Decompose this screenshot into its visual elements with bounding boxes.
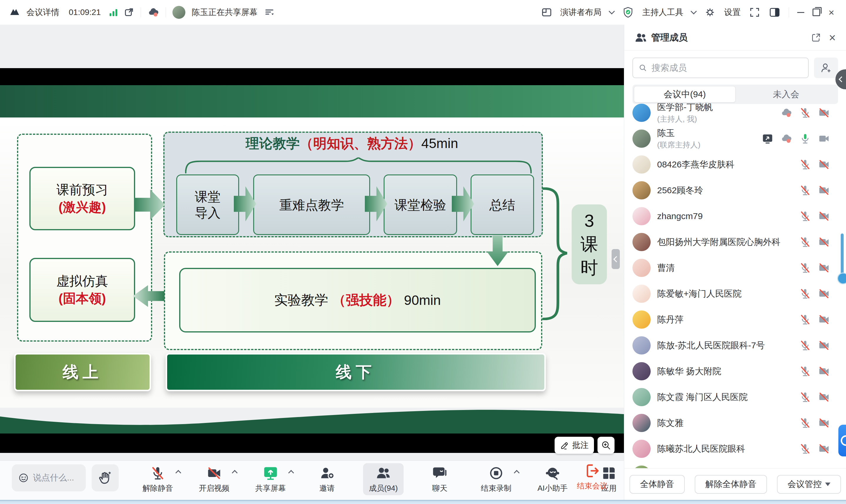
cam-off-icon[interactable] [818, 107, 830, 119]
open-external-icon[interactable] [124, 7, 134, 18]
raise-hand-button[interactable] [92, 464, 119, 491]
online-bar: 线上 [14, 353, 151, 391]
avatar [632, 388, 651, 406]
member-row[interactable]: zhangcm79 [624, 203, 846, 229]
member-status-icons [780, 107, 830, 119]
annotate-button[interactable]: 批注 [555, 437, 594, 454]
settings-button[interactable]: 设置 [724, 7, 740, 18]
mic-off-icon[interactable] [799, 443, 811, 455]
share-detail-icon[interactable] [264, 7, 275, 18]
add-member-button[interactable] [814, 58, 838, 78]
restore-button[interactable] [812, 8, 820, 16]
zoom-in-button[interactable] [597, 437, 614, 454]
member-row[interactable]: 陈文霞 海门区人民医院 [624, 384, 846, 410]
mic-off-icon[interactable] [799, 391, 811, 403]
mic-off-icon[interactable] [799, 184, 811, 196]
host-tools-dropdown[interactable]: 主持人工具 [642, 7, 683, 18]
collapse-thumbnails-tab[interactable] [612, 249, 620, 269]
member-row[interactable]: 陈文雅 [624, 410, 846, 436]
member-role: (联席主持人) [657, 140, 700, 150]
member-row[interactable]: 陈放-苏北人民医院眼科-7号 [624, 332, 846, 358]
toolbar-共享屏幕-button[interactable]: 共享屏幕 [250, 463, 291, 495]
mic-off-icon[interactable] [799, 314, 811, 325]
meeting-control-button[interactable]: 会议管控 [777, 475, 841, 494]
member-row[interactable]: 陈敏华 扬大附院 [624, 358, 846, 384]
person-add-icon [820, 62, 832, 74]
member-row[interactable]: 陈玉 (联席主持人) [624, 126, 846, 151]
mic-off-icon[interactable] [799, 236, 811, 248]
quick-chat-input[interactable]: 说点什么... [12, 464, 86, 491]
share-icon[interactable] [762, 133, 773, 144]
member-status-icons [799, 340, 830, 351]
mic-off-icon[interactable] [799, 159, 811, 170]
member-status-icons [799, 288, 830, 300]
toggle-sidebar-icon[interactable] [769, 6, 780, 18]
member-row[interactable]: 陈曦苏北人民医院眼科 [624, 436, 846, 462]
layout-dropdown[interactable]: 演讲者布局 [560, 7, 601, 18]
cam-off-icon[interactable] [818, 262, 830, 274]
close-panel-icon[interactable]: × [829, 32, 836, 43]
search-members-input[interactable] [651, 62, 803, 73]
fullscreen-icon[interactable] [749, 6, 760, 18]
cam-off-icon[interactable] [818, 417, 830, 429]
member-row[interactable]: 2562顾冬玲 [624, 177, 846, 203]
floating-app-shortcut[interactable] [839, 425, 846, 456]
end-meeting-button[interactable]: 结束会议 [577, 463, 608, 491]
cloud-icon[interactable] [780, 133, 792, 144]
mic-on-icon[interactable] [799, 133, 811, 144]
cam-off-icon[interactable] [818, 365, 830, 377]
cam-off-icon[interactable] [818, 159, 830, 170]
member-list-scrollbar[interactable] [841, 234, 844, 275]
panel-title: 管理成员 [651, 32, 688, 44]
cloud-record-icon[interactable] [147, 6, 159, 18]
cam-off-icon[interactable] [818, 184, 830, 196]
mute-all-button[interactable]: 全体静音 [630, 475, 685, 494]
toolbar-成员-button[interactable]: 成员(94) [363, 463, 403, 495]
cam-off-icon[interactable] [818, 288, 830, 300]
avatar [632, 466, 651, 468]
chevron-up-icon[interactable] [514, 470, 520, 476]
member-row[interactable]: 曹清 [624, 255, 846, 281]
cam-off-icon[interactable] [818, 391, 830, 403]
toolbar-开启视频-button[interactable]: 开启视频 [194, 463, 234, 495]
unmute-all-button[interactable]: 解除全体静音 [695, 475, 767, 494]
cam-off-icon[interactable] [818, 443, 830, 455]
toolbar-邀请-button[interactable]: 邀请 [307, 463, 347, 495]
close-button[interactable]: × [828, 7, 834, 17]
mic-off-icon[interactable] [799, 340, 811, 351]
cam-off-icon[interactable] [818, 340, 830, 351]
member-name: 包阳扬州大学附属医院心胸外科 [657, 236, 780, 248]
member-row[interactable]: 医学部-丁晓帆 (主持人, 我) [624, 100, 846, 126]
minimize-button[interactable] [797, 12, 804, 13]
member-row[interactable]: 陈爱敏+海门人民医院 [624, 281, 846, 307]
chevron-up-icon[interactable] [232, 470, 238, 476]
member-name: 陈爱敏+海门人民医院 [657, 288, 742, 300]
toolbar-AI小助手-button[interactable]: AI小助手 [532, 463, 573, 495]
emoji-icon [18, 472, 29, 484]
cloud-icon[interactable] [780, 107, 792, 119]
member-row[interactable]: 包阳扬州大学附属医院心胸外科 [624, 229, 846, 255]
cam-off-icon[interactable] [818, 210, 830, 222]
cam-on-icon[interactable] [818, 133, 830, 144]
mic-off-icon[interactable] [799, 210, 811, 222]
class-hours-char: 3 [584, 210, 594, 231]
mic-off-icon[interactable] [799, 262, 811, 274]
cam-off-icon[interactable] [818, 236, 830, 248]
member-row[interactable]: 陈丹萍 [624, 307, 846, 332]
toolbar-聊天-button[interactable]: 聊天 [419, 463, 460, 495]
mic-off-icon[interactable] [799, 107, 811, 119]
mic-off-icon[interactable] [799, 365, 811, 377]
toolbar-结束录制-button[interactable]: 结束录制 [476, 463, 517, 495]
mic-off-icon[interactable] [799, 288, 811, 300]
cam-off-icon[interactable] [818, 314, 830, 325]
popout-panel-icon[interactable] [811, 32, 821, 43]
member-row[interactable] [624, 462, 846, 468]
chevron-up-icon[interactable] [288, 470, 294, 476]
chevron-up-icon[interactable] [175, 470, 181, 476]
mic-off-icon[interactable] [799, 417, 811, 429]
member-row[interactable]: 08426李燕华皮肤科 [624, 151, 846, 177]
sharing-status-text: 陈玉正在共享屏幕 [192, 7, 258, 18]
toolbar-解除静音-button[interactable]: 解除静音 [138, 463, 178, 495]
meeting-details-button[interactable]: 会议详情 [26, 7, 59, 18]
members-icon [376, 466, 391, 481]
